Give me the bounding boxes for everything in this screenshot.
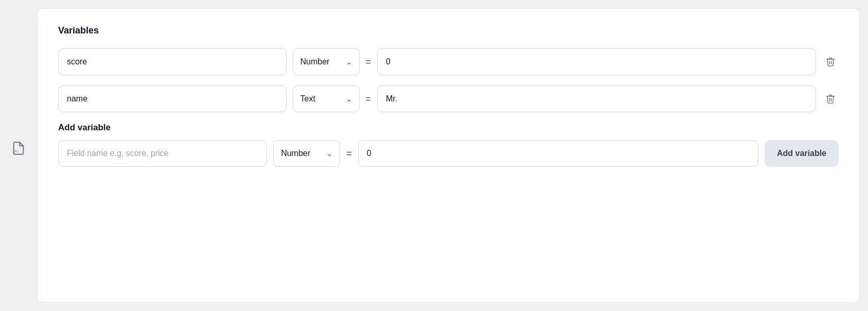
equals-sign-name: = xyxy=(366,94,371,105)
type-select-score-label: Number xyxy=(300,57,330,66)
variable-value-input-score[interactable] xyxy=(377,48,816,75)
chevron-down-icon-2: ⌄ xyxy=(346,95,352,103)
variable-row-score: Number ⌄ = xyxy=(58,48,839,75)
new-variable-value-input[interactable] xyxy=(358,140,758,167)
type-select-name[interactable]: Text ⌄ xyxy=(293,85,360,112)
add-variable-button[interactable]: Add variable xyxy=(765,140,839,167)
delete-variable-name-button[interactable] xyxy=(822,90,839,108)
new-variable-name-input[interactable] xyxy=(58,140,267,167)
left-sidebar: 01 xyxy=(0,0,37,311)
add-variable-title: Add variable xyxy=(58,123,839,133)
chevron-down-icon-3: ⌄ xyxy=(327,150,332,158)
delete-variable-score-button[interactable] xyxy=(822,53,839,71)
variable-name-input-score[interactable] xyxy=(58,48,287,75)
main-panel: Variables Number ⌄ = xyxy=(37,8,860,303)
add-variable-row: Number ⌄ = Add variable xyxy=(58,140,839,167)
type-select-score[interactable]: Number ⌄ xyxy=(293,48,360,75)
file-code-icon[interactable]: 01 xyxy=(9,139,28,158)
trash-icon xyxy=(825,56,836,67)
chevron-down-icon: ⌄ xyxy=(346,58,352,66)
new-variable-type-label: Number xyxy=(281,149,310,158)
variable-name-input-name[interactable] xyxy=(58,85,287,112)
equals-sign-score: = xyxy=(366,57,371,67)
variables-title: Variables xyxy=(58,25,839,36)
variable-value-input-name[interactable] xyxy=(377,85,816,112)
type-select-name-label: Text xyxy=(300,94,315,103)
svg-text:01: 01 xyxy=(15,150,19,153)
variable-row-name: Text ⌄ = xyxy=(58,85,839,112)
equals-sign-new: = xyxy=(346,148,352,159)
trash-icon-2 xyxy=(825,93,836,105)
new-variable-type-select[interactable]: Number ⌄ xyxy=(273,140,340,167)
